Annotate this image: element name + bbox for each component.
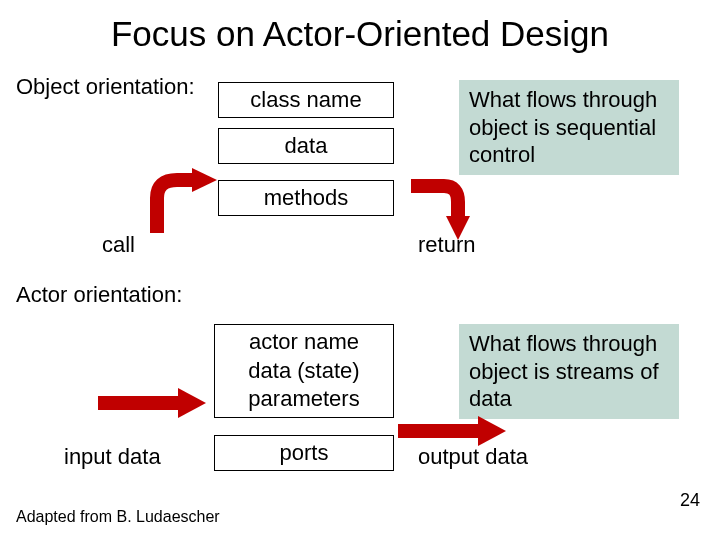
- call-arrow-icon: [142, 168, 222, 242]
- return-arrow-icon: [396, 176, 474, 250]
- page-number: 24: [680, 490, 700, 511]
- call-label: call: [102, 232, 135, 258]
- output-arrow-icon: [398, 416, 508, 450]
- svg-rect-2: [98, 396, 180, 410]
- data-cell: data: [218, 128, 394, 164]
- ports-cell: ports: [214, 435, 394, 471]
- class-name-cell: class name: [218, 82, 394, 118]
- slide-title: Focus on Actor-Oriented Design: [0, 14, 720, 54]
- svg-marker-3: [178, 388, 206, 418]
- methods-cell: methods: [218, 180, 394, 216]
- credit-text: Adapted from B. Ludaescher: [16, 508, 220, 526]
- input-arrow-icon: [98, 388, 208, 422]
- callout-sequential-control: What flows through object is sequential …: [459, 80, 679, 175]
- actor-name-text: actor name: [249, 328, 359, 357]
- svg-marker-0: [192, 168, 217, 192]
- svg-marker-1: [446, 216, 470, 240]
- input-data-label: input data: [64, 444, 161, 470]
- object-orientation-label: Object orientation:: [16, 74, 195, 100]
- svg-marker-5: [478, 416, 506, 446]
- actor-body-cell: actor name data (state) parameters: [214, 324, 394, 418]
- actor-state-text: data (state): [248, 357, 359, 386]
- callout-streams-of-data: What flows through object is streams of …: [459, 324, 679, 419]
- actor-orientation-label: Actor orientation:: [16, 282, 182, 308]
- svg-rect-4: [398, 424, 480, 438]
- actor-params-text: parameters: [248, 385, 359, 414]
